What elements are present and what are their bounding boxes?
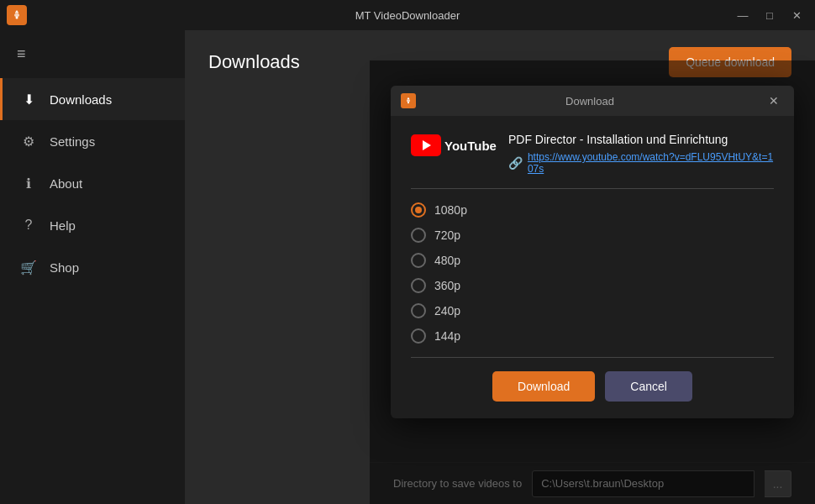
svg-point-0 xyxy=(14,13,19,17)
radio-240p[interactable] xyxy=(411,303,426,318)
sidebar-item-downloads[interactable]: ⬇ Downloads xyxy=(0,78,185,120)
info-icon: ℹ xyxy=(19,174,38,192)
sidebar-label-downloads: Downloads xyxy=(50,92,112,107)
video-url[interactable]: https://www.youtube.com/watch?v=dFLU95VH… xyxy=(528,151,774,175)
quality-label-240p: 240p xyxy=(434,304,460,318)
youtube-logo: YouTube xyxy=(411,134,497,156)
sidebar-item-help[interactable]: ? Help xyxy=(0,204,185,246)
svg-point-3 xyxy=(408,102,409,103)
svg-point-1 xyxy=(16,17,18,19)
link-icon: 🔗 xyxy=(508,156,523,170)
sidebar-label-help: Help xyxy=(50,218,76,233)
video-title: PDF Director - Installation und Einricht… xyxy=(508,133,774,146)
dialog-app-icon xyxy=(401,93,416,108)
sidebar-label-shop: Shop xyxy=(50,260,79,275)
radio-inner-1080p xyxy=(415,207,422,213)
svg-point-2 xyxy=(407,100,410,102)
titlebar: MT VideoDownloader — □ ✕ xyxy=(0,0,815,30)
radio-360p[interactable] xyxy=(411,278,426,293)
radio-720p[interactable] xyxy=(411,228,426,243)
radio-144p[interactable] xyxy=(411,328,426,344)
shop-icon: 🛒 xyxy=(19,258,38,276)
minimize-button[interactable]: — xyxy=(731,7,755,24)
window-controls: — □ ✕ xyxy=(731,7,808,24)
sidebar-menu-button[interactable]: ≡ xyxy=(0,30,185,78)
dialog-actions: Download Cancel xyxy=(411,371,774,402)
download-button[interactable]: Download xyxy=(492,371,595,402)
youtube-play-icon xyxy=(411,134,441,156)
youtube-wordmark: YouTube xyxy=(444,139,497,153)
sidebar-label-about: About xyxy=(50,176,82,191)
quality-option-480p[interactable]: 480p xyxy=(411,253,774,268)
quality-label-144p: 144p xyxy=(434,329,460,343)
sidebar-item-about[interactable]: ℹ About xyxy=(0,162,185,204)
app-icon xyxy=(7,5,27,25)
quality-label-720p: 720p xyxy=(434,228,460,242)
radio-480p[interactable] xyxy=(411,253,426,268)
dialog-body: YouTube PDF Director - Installation und … xyxy=(391,116,794,418)
dialog-close-button[interactable]: ✕ xyxy=(764,91,784,111)
radio-1080p[interactable] xyxy=(411,202,426,218)
video-details: PDF Director - Installation und Einricht… xyxy=(508,133,774,175)
download-dialog: Download ✕ YouTube PDF Director - Instal… xyxy=(391,86,794,418)
quality-option-1080p[interactable]: 1080p xyxy=(411,202,774,218)
page-title: Downloads xyxy=(208,51,300,73)
quality-label-1080p: 1080p xyxy=(434,203,467,217)
quality-option-720p[interactable]: 720p xyxy=(411,228,774,243)
quality-options: 1080p 720p 480p xyxy=(411,202,774,358)
sidebar-item-shop[interactable]: 🛒 Shop xyxy=(0,246,185,288)
titlebar-left xyxy=(7,5,34,25)
maximize-button[interactable]: □ xyxy=(758,7,781,24)
quality-option-144p[interactable]: 144p xyxy=(411,328,774,344)
sidebar-label-settings: Settings xyxy=(50,134,95,149)
settings-icon: ⚙ xyxy=(19,132,38,150)
hamburger-icon: ≡ xyxy=(17,45,26,63)
main-content: Downloads Queue download Download ✕ xyxy=(185,30,815,504)
dialog-overlay: Download ✕ YouTube PDF Director - Instal… xyxy=(370,60,815,504)
dialog-title: Download xyxy=(416,95,764,108)
download-icon: ⬇ xyxy=(19,90,38,108)
video-url-row: 🔗 https://www.youtube.com/watch?v=dFLU95… xyxy=(508,151,774,175)
app-body: ≡ ⬇ Downloads ⚙ Settings ℹ About ? Help … xyxy=(0,30,815,504)
quality-label-360p: 360p xyxy=(434,279,460,292)
close-button[interactable]: ✕ xyxy=(785,7,808,24)
dialog-titlebar: Download ✕ xyxy=(391,86,794,116)
sidebar-item-settings[interactable]: ⚙ Settings xyxy=(0,120,185,162)
quality-label-480p: 480p xyxy=(434,254,460,267)
app-title: MT VideoDownloader xyxy=(355,9,460,22)
quality-option-240p[interactable]: 240p xyxy=(411,303,774,318)
sidebar: ≡ ⬇ Downloads ⚙ Settings ℹ About ? Help … xyxy=(0,30,185,504)
cancel-button[interactable]: Cancel xyxy=(605,371,692,402)
help-icon: ? xyxy=(19,216,38,234)
quality-option-360p[interactable]: 360p xyxy=(411,278,774,293)
video-info: YouTube PDF Director - Installation und … xyxy=(411,133,774,189)
